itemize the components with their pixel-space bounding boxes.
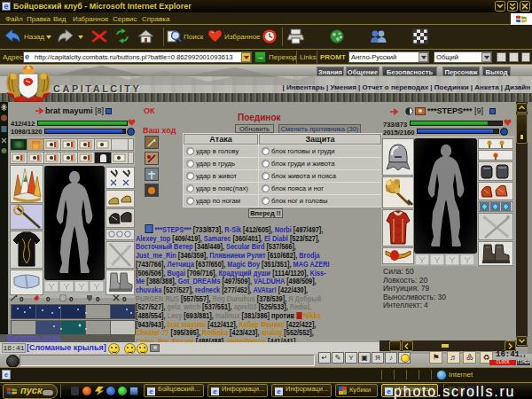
- svg-text:0: 0: [46, 295, 51, 302]
- svg-text:0: 0: [122, 295, 127, 302]
- svg-text:0: 0: [69, 295, 74, 302]
- svg-text:0: 0: [20, 295, 24, 302]
- svg-text:0: 0: [96, 295, 100, 302]
